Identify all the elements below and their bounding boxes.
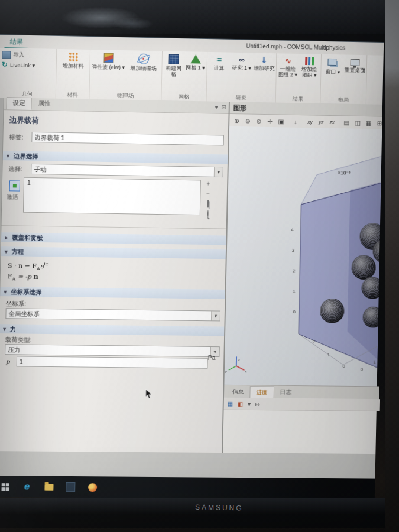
ribbon-group-results: ∿ 一维绘图组 2 ▾ 增加绘图组 ▾ 结果: [276, 53, 322, 103]
section-boundary-selection[interactable]: 边界选择: [3, 151, 228, 164]
desk-background: [385, 0, 399, 532]
progress-message-area: [223, 410, 377, 455]
add-to-selection-button[interactable]: +: [205, 180, 213, 188]
section-coordinate-system[interactable]: 坐标系选择: [0, 287, 225, 299]
ribbon-group-layout: 窗口 ▾ 重置桌面 布局: [320, 54, 367, 105]
copy-image-button[interactable]: ◫: [352, 118, 363, 128]
zoom-to-selection-button[interactable]: [204, 210, 212, 218]
mouse-cursor: [145, 388, 152, 399]
result-table-icon[interactable]: ▦: [228, 400, 233, 407]
active-label: 激活: [7, 193, 18, 201]
graphics-scene[interactable]: 4 3 2 1 0 ×10⁻³ 2 1 0 0 1: [224, 126, 382, 387]
add-study-button[interactable]: ⇓ 增加研究: [254, 54, 275, 72]
atom-icon: [138, 54, 149, 64]
tab-log[interactable]: 日志: [274, 387, 298, 398]
settings-panel: 设定 属性 ▾ ⊡ 边界载荷 标签: 边界载荷 1 边界选择 选择: 手动 激活…: [0, 98, 230, 453]
active-toggle[interactable]: [9, 180, 20, 191]
elastic-waves-button[interactable]: 弹性波 (elw) ▾: [91, 51, 125, 70]
ribbon: 导入 ↻ LiveLink ▾ 几何 增加材料 材料: [0, 48, 384, 105]
coordinate-dropdown[interactable]: 全局坐标系: [5, 308, 220, 321]
add-physics-button[interactable]: 增加物理场: [126, 51, 161, 72]
plot-group-1d-button[interactable]: ∿ 一维绘图组 2 ▾: [278, 54, 299, 78]
file-explorer-button[interactable]: [41, 480, 56, 494]
view-zx-button[interactable]: zx: [326, 118, 338, 127]
section-override[interactable]: 覆盖和贡献: [1, 232, 226, 245]
label-field[interactable]: 边界载荷 1: [31, 132, 224, 145]
tab-information[interactable]: 信息: [226, 386, 250, 398]
step-forward-icon[interactable]: ↦: [255, 401, 260, 407]
load-type-dropdown[interactable]: 压力: [5, 344, 220, 357]
study-1-button[interactable]: ∞ 研究 1 ▾: [231, 54, 253, 72]
copy-icon: [207, 200, 209, 207]
collapse-sections-icon[interactable]: ▾: [215, 104, 218, 111]
app-taskbar-button[interactable]: [63, 480, 77, 494]
image-snapshot-button[interactable]: ▤: [341, 118, 352, 127]
copy-selection-button[interactable]: [204, 200, 212, 207]
selection-dropdown[interactable]: 手动: [31, 164, 223, 177]
mesh-1-button[interactable]: 网格 1 ▾: [185, 53, 206, 71]
pressure-unit: Pa: [208, 354, 216, 361]
view-yz-button[interactable]: yz: [316, 118, 327, 127]
color-legend-icon[interactable]: ◧: [238, 400, 244, 407]
window-title: Untitl1ed.mph - COMSOL Multiphysics: [246, 43, 345, 51]
print-button[interactable]: ▦: [363, 118, 374, 128]
compute-button[interactable]: = 计算: [208, 53, 230, 72]
tab-properties[interactable]: 属性: [31, 98, 57, 111]
import-button[interactable]: 导入: [2, 51, 24, 59]
default-view-button[interactable]: ↓: [290, 117, 301, 126]
add-material-button[interactable]: 增加材料: [58, 50, 89, 69]
app-icon: [66, 482, 75, 492]
remove-from-selection-button[interactable]: −: [204, 190, 212, 197]
settings-heading: 边界载荷: [9, 115, 39, 126]
x-tick: 1: [327, 352, 330, 358]
windows-logo-icon: [1, 483, 9, 491]
selection-list-item[interactable]: 1: [24, 178, 200, 190]
zoom-in-button[interactable]: ⊕: [231, 116, 242, 125]
section-equation[interactable]: 方程: [1, 246, 226, 259]
import-icon: [2, 51, 11, 59]
reset-desktop-button[interactable]: 重置桌面: [345, 56, 366, 73]
expand-icon[interactable]: ▾: [248, 401, 251, 407]
z-tick: 4: [291, 227, 294, 232]
coordinate-caption: 坐标系:: [6, 300, 27, 308]
pressure-field[interactable]: 1: [17, 356, 208, 368]
y-tick: 0: [361, 366, 364, 372]
tab-progress[interactable]: 进度: [249, 386, 274, 398]
start-button[interactable]: [0, 479, 12, 494]
zoom-box-button[interactable]: ▣: [275, 116, 287, 126]
z-tick: 1: [293, 288, 296, 294]
edge-taskbar-button[interactable]: e: [20, 479, 34, 494]
scene-settings-button[interactable]: ⊞: [374, 118, 385, 128]
livelink-button[interactable]: ↻ LiveLink ▾: [2, 61, 35, 69]
monitor-top-bezel: [0, 0, 399, 34]
selection-toolbar: + −: [204, 180, 213, 218]
physics-cube-icon: [103, 53, 113, 63]
browser-taskbar-button[interactable]: [85, 480, 99, 494]
detach-panel-icon[interactable]: ⊡: [221, 104, 226, 111]
tab-settings[interactable]: 设定: [6, 97, 31, 110]
build-mesh-button[interactable]: 构建网格: [163, 52, 184, 77]
equation-1: S · n = FAeiφ: [8, 261, 49, 271]
view-xy-button[interactable]: xy: [304, 117, 316, 126]
window-button[interactable]: 窗口 ▾: [322, 56, 343, 76]
mesh-triangle-icon: [190, 54, 201, 63]
triad-x-label: x: [245, 369, 246, 373]
progress-toolbar: ▦ ◧ ▾ ↦: [224, 398, 380, 411]
monitor-bottom-bezel: SAMSUNG: [0, 498, 399, 528]
zoom-out-button[interactable]: ⊖: [242, 116, 254, 125]
z-tick: 0: [293, 309, 296, 314]
build-mesh-icon: [168, 54, 179, 64]
ribbon-tab-results[interactable]: 结果: [5, 37, 28, 49]
load-type-caption: 载荷类型:: [5, 336, 31, 344]
zoom-extents-button[interactable]: ⊙: [254, 116, 265, 126]
add-plot-group-button[interactable]: 增加绘图组 ▾: [299, 55, 320, 79]
label-field-caption: 标签:: [9, 133, 23, 141]
pan-button[interactable]: ✛: [264, 116, 275, 126]
sphere: [362, 307, 382, 328]
selection-list[interactable]: 1: [23, 177, 201, 215]
add-material-icon: [68, 52, 78, 61]
group-label-mesh: 网格: [163, 92, 205, 101]
section-force[interactable]: 力: [0, 324, 224, 336]
folder-icon: [44, 484, 53, 490]
sphere: [361, 277, 382, 299]
